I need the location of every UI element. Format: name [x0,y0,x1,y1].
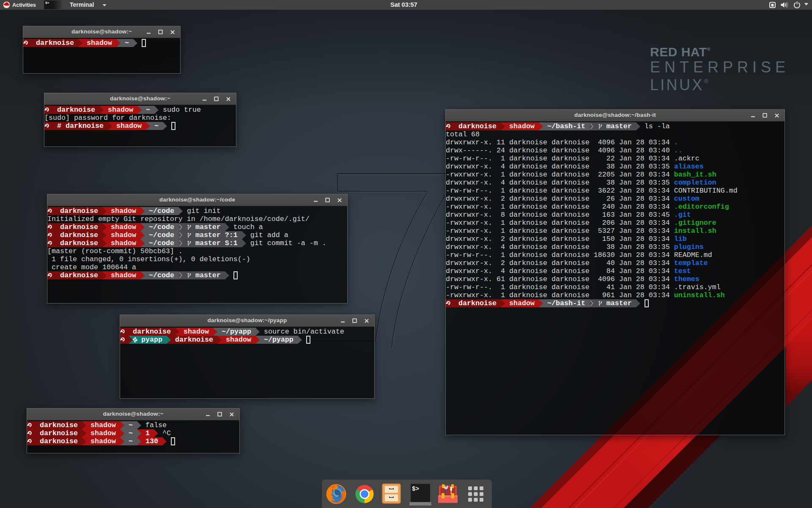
svg-text:$>: $> [412,486,419,492]
svg-text:$>: $> [45,1,49,5]
